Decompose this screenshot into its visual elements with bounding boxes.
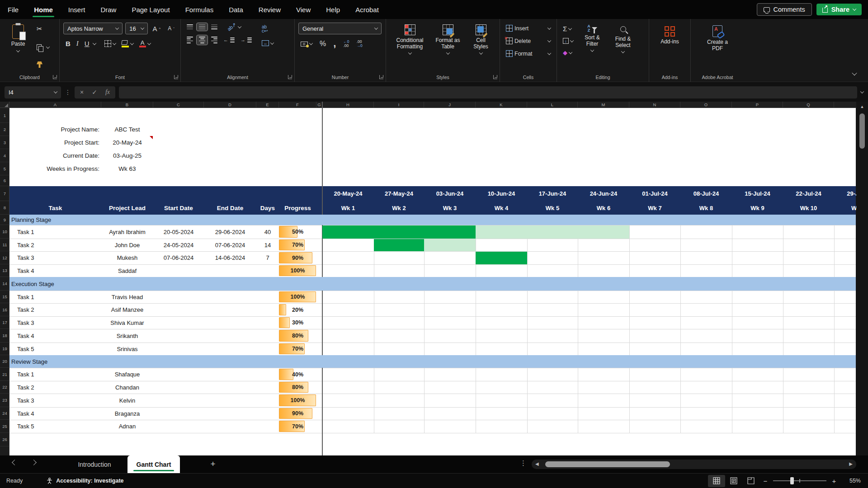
menu-tab-draw[interactable]: Draw — [93, 0, 124, 19]
task-name-cell[interactable]: Task 1 — [9, 368, 101, 381]
table-column-header[interactable]: Start Date — [153, 201, 204, 215]
align-top-button[interactable] — [184, 23, 195, 30]
week-number-header[interactable]: Wk 11 — [834, 201, 856, 215]
task-lead-cell[interactable]: Chandan — [101, 381, 153, 394]
task-lead-cell[interactable]: Srinivas — [101, 343, 153, 355]
week-number-header[interactable]: Wk 4 — [476, 201, 527, 215]
week-number-header[interactable]: Wk 5 — [527, 201, 578, 215]
create-pdf-button[interactable]: Create a PDF — [703, 23, 731, 53]
page-layout-view-button[interactable] — [725, 475, 742, 487]
accessibility-status[interactable]: Accessibility: Investigate — [46, 478, 123, 484]
menu-tab-insert[interactable]: Insert — [61, 0, 93, 19]
conditional-formatting-button[interactable]: Conditional Formatting — [391, 23, 429, 56]
week-date-header[interactable]: 08-Jul-24 — [680, 186, 732, 201]
week-date-header[interactable]: 29-Jul-24 — [834, 186, 856, 201]
align-center-button[interactable] — [197, 35, 208, 45]
task-name-cell[interactable]: Task 5 — [9, 420, 101, 433]
column-header-Q[interactable]: Q — [783, 102, 834, 108]
menu-tab-review[interactable]: Review — [251, 0, 288, 19]
page-break-preview-button[interactable] — [742, 475, 760, 487]
expand-formula-bar-button[interactable] — [860, 89, 864, 93]
font-size-select[interactable]: 16 — [125, 23, 147, 34]
sheet-options-icon[interactable]: ⋮ — [520, 459, 527, 467]
task-lead-cell[interactable]: Kelvin — [101, 394, 153, 407]
column-header-C[interactable]: C — [153, 102, 204, 108]
sheet-tab-introduction[interactable]: Introduction — [63, 455, 126, 473]
table-column-header[interactable]: End Date — [204, 201, 256, 215]
shrink-font-button[interactable]: Aˇ — [165, 24, 177, 33]
column-header-L[interactable]: L — [527, 102, 578, 108]
task-name-cell[interactable]: Task 4 — [9, 264, 101, 277]
task-name-cell[interactable]: Task 3 — [9, 394, 101, 407]
align-left-button[interactable] — [184, 35, 195, 45]
progress-cell[interactable]: 80% — [279, 382, 316, 393]
orientation-button[interactable]: ab↗ — [225, 23, 243, 31]
task-lead-cell[interactable]: Srikanth — [101, 329, 153, 343]
scroll-right-icon[interactable]: ▶ — [849, 461, 853, 466]
week-date-header[interactable]: 10-Jun-24 — [476, 186, 527, 201]
column-header-J[interactable]: J — [424, 102, 476, 108]
italic-button[interactable]: I — [74, 38, 81, 49]
formula-input[interactable] — [119, 86, 857, 99]
task-days-cell[interactable]: 40 — [256, 225, 279, 239]
progress-cell[interactable]: 80% — [279, 330, 316, 342]
format-as-table-button[interactable]: Format as Table — [431, 23, 465, 56]
week-date-header[interactable]: 27-May-24 — [374, 186, 424, 201]
collapse-ribbon-button[interactable] — [852, 70, 857, 75]
column-header-I[interactable]: I — [374, 102, 424, 108]
insert-cells-button[interactable]: Insert — [504, 23, 553, 33]
table-column-header[interactable]: Project Lead — [101, 201, 153, 215]
table-column-header[interactable]: Days — [256, 201, 279, 215]
task-lead-cell[interactable]: Shafaque — [101, 368, 153, 381]
task-name-cell[interactable]: Task 5 — [9, 343, 101, 355]
info-label[interactable]: Weeks in Progress: — [9, 162, 101, 175]
stage-row[interactable]: Execution Stage — [9, 277, 856, 291]
copy-button[interactable] — [34, 43, 52, 52]
week-date-header[interactable]: 22-Jul-24 — [783, 186, 834, 201]
menu-tab-view[interactable]: View — [288, 0, 318, 19]
task-lead-cell[interactable]: Shiva Kumar — [101, 316, 153, 329]
column-header-F[interactable]: F — [279, 102, 316, 108]
increase-decimal-button[interactable]: ←0.00 — [341, 38, 351, 49]
column-header-D[interactable]: D — [204, 102, 256, 108]
horizontal-scrollbar-thumb[interactable] — [545, 461, 670, 467]
task-days-cell[interactable]: 14 — [256, 239, 279, 251]
progress-cell[interactable]: 100% — [279, 265, 316, 276]
confirm-entry-button[interactable]: ✓ — [88, 88, 101, 97]
comments-button[interactable]: Comments — [757, 3, 812, 16]
format-cells-button[interactable]: Format — [504, 49, 553, 58]
stage-row[interactable]: Review Stage — [9, 355, 856, 368]
week-number-header[interactable]: Wk 8 — [680, 201, 732, 215]
wrap-text-button[interactable]: abc↩ — [259, 23, 276, 34]
week-number-header[interactable]: Wk 3 — [424, 201, 476, 215]
menu-tab-help[interactable]: Help — [318, 0, 348, 19]
task-lead-cell[interactable]: Travis Head — [101, 291, 153, 303]
task-name-cell[interactable]: Task 4 — [9, 329, 101, 343]
menu-tab-home[interactable]: Home — [26, 0, 61, 19]
task-name-cell[interactable]: Task 1 — [9, 225, 101, 239]
bold-button[interactable]: B — [63, 38, 73, 49]
column-header-P[interactable]: P — [732, 102, 783, 108]
column-header-H[interactable]: H — [322, 102, 374, 108]
info-value[interactable]: Wk 63 — [101, 162, 153, 175]
info-value[interactable]: ABC Test — [101, 123, 153, 136]
task-days-cell[interactable]: 7 — [256, 251, 279, 264]
progress-cell[interactable]: 20% — [279, 304, 316, 315]
week-number-header[interactable]: Wk 7 — [629, 201, 680, 215]
column-headers[interactable]: ABCDEFGHIJKLMNOPQ — [9, 102, 856, 108]
progress-cell[interactable]: 100% — [279, 394, 316, 406]
next-sheet-button[interactable] — [31, 460, 37, 465]
task-name-cell[interactable]: Task 2 — [9, 239, 101, 251]
week-date-header[interactable]: 03-Jun-24 — [424, 186, 476, 201]
fill-button[interactable]: ↓ — [561, 37, 576, 45]
table-column-header[interactable]: Progress — [279, 201, 316, 215]
progress-cell[interactable]: 70% — [279, 343, 316, 354]
align-middle-button[interactable] — [197, 23, 208, 30]
alignment-dialog-launcher[interactable] — [288, 75, 292, 79]
styles-dialog-launcher[interactable] — [493, 75, 497, 79]
task-lead-cell[interactable]: Saddaf — [101, 264, 153, 277]
font-color-button[interactable]: A — [137, 39, 153, 49]
gantt-bar-complete[interactable] — [322, 225, 476, 239]
progress-cell[interactable]: 70% — [279, 421, 316, 432]
info-label[interactable]: Project Name: — [9, 123, 101, 136]
